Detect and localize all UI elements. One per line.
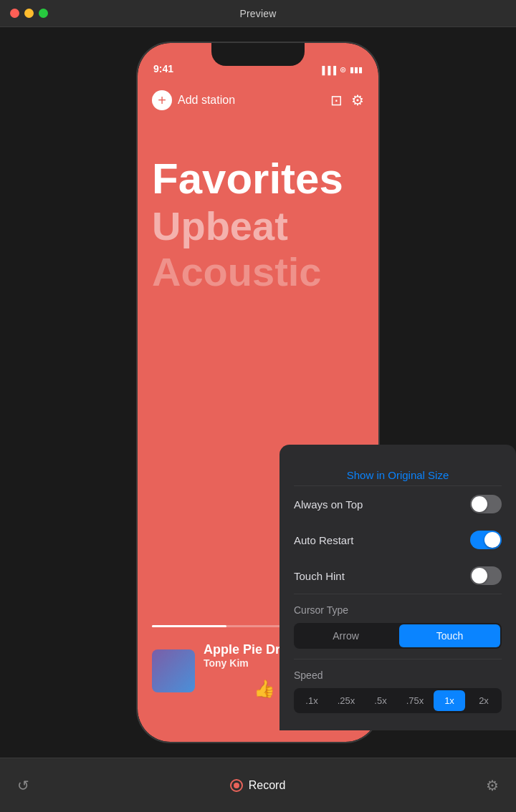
add-station-button[interactable]: + Add station <box>152 90 235 110</box>
speed-0.75x[interactable]: .75x <box>399 690 431 711</box>
traffic-lights <box>10 9 48 18</box>
record-label: Record <box>249 779 286 792</box>
speed-2x[interactable]: 2x <box>468 690 500 711</box>
thumbs-up-button[interactable]: 👍 <box>254 679 275 699</box>
speed-0.5x[interactable]: .5x <box>365 690 396 711</box>
record-button[interactable]: Record <box>230 779 286 792</box>
cursor-type-section: Cursor Type Arrow Touch <box>280 594 516 659</box>
title-bar: Preview <box>0 0 516 27</box>
minimize-button[interactable] <box>24 9 34 18</box>
settings-icon[interactable]: ⚙ <box>351 92 364 109</box>
show-original-button[interactable]: Show in Original Size <box>347 469 449 481</box>
header-icons: ⊡ ⚙ <box>330 92 364 109</box>
toggle-thumb-3 <box>472 568 487 584</box>
bottom-toolbar: ↺ Record ⚙ <box>0 758 516 812</box>
speed-0.1x[interactable]: .1x <box>296 690 328 711</box>
cursor-type-label: Cursor Type <box>294 604 502 616</box>
status-time: 9:41 <box>153 63 173 74</box>
auto-restart-row: Auto Restart <box>280 522 516 558</box>
speed-0.25x[interactable]: .25x <box>330 690 362 711</box>
acoustic-title: Acoustic <box>152 252 364 292</box>
settings-gear-icon[interactable]: ⚙ <box>486 777 499 794</box>
speed-label: Speed <box>294 670 502 681</box>
maximize-button[interactable] <box>39 9 48 18</box>
favorites-title: Favorites <box>152 158 364 200</box>
always-on-top-label: Always on Top <box>294 498 363 511</box>
notch <box>211 43 305 66</box>
touch-hint-label: Touch Hint <box>294 570 345 582</box>
cast-icon[interactable]: ⊡ <box>330 92 343 109</box>
close-button[interactable] <box>10 9 19 18</box>
record-dot <box>230 779 243 792</box>
main-area: 9:41 ▐▐▐ ⊛ ▮▮▮ + Add station ⊡ ⚙ <box>0 27 516 785</box>
speed-1x[interactable]: 1x <box>434 690 465 711</box>
progress-fill <box>152 625 226 627</box>
status-icons: ▐▐▐ ⊛ ▮▮▮ <box>320 65 363 74</box>
battery-icon: ▮▮▮ <box>350 65 363 74</box>
signal-icon: ▐▐▐ <box>320 66 336 74</box>
auto-restart-label: Auto Restart <box>294 534 353 546</box>
speed-selector: .1x .25x .5x .75x 1x 2x <box>294 688 502 713</box>
add-station-label: Add station <box>178 94 235 107</box>
wifi-icon: ⊛ <box>340 65 346 74</box>
auto-restart-toggle[interactable] <box>470 531 502 549</box>
toggle-thumb-2 <box>484 532 500 548</box>
refresh-icon[interactable]: ↺ <box>17 777 29 794</box>
touch-option[interactable]: Touch <box>399 624 500 647</box>
touch-hint-row: Touch Hint <box>280 558 516 594</box>
always-on-top-toggle[interactable] <box>470 495 502 513</box>
speed-section: Speed .1x .25x .5x .75x 1x 2x <box>280 659 516 723</box>
add-icon: + <box>152 90 172 110</box>
cursor-selector: Arrow Touch <box>294 623 502 649</box>
touch-hint-toggle[interactable] <box>470 566 502 585</box>
settings-popup: Show in Original Size Always on Top Auto… <box>280 445 516 730</box>
window-title: Preview <box>239 8 276 19</box>
arrow-option[interactable]: Arrow <box>295 624 396 647</box>
upbeat-title: Upbeat <box>152 206 364 246</box>
record-dot-inner <box>234 783 239 788</box>
always-on-top-row: Always on Top <box>280 486 516 522</box>
toggle-thumb <box>472 496 487 512</box>
app-header: + Add station ⊡ ⚙ <box>138 79 378 122</box>
album-art <box>152 649 195 692</box>
show-original-section: Show in Original Size <box>280 459 516 485</box>
